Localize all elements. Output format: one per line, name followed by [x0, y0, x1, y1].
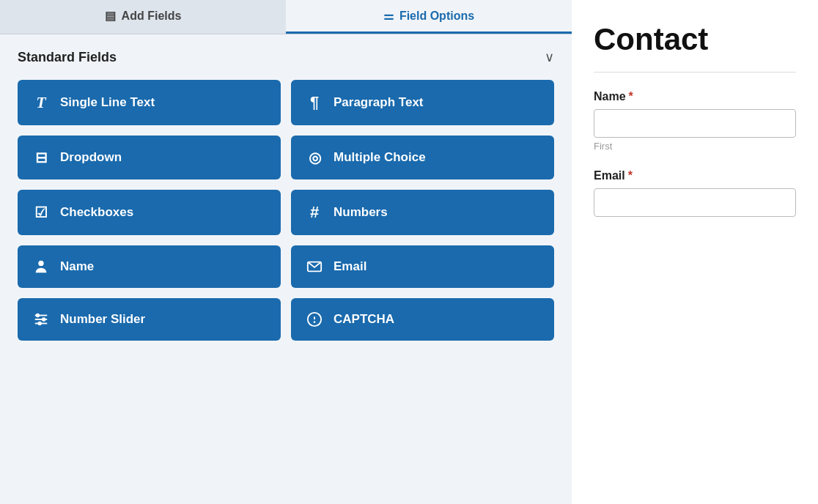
checkboxes-icon: ☑	[32, 204, 50, 221]
left-panel: ▤ Add Fields ⚌ Field Options Standard Fi…	[0, 0, 572, 504]
field-btn-dropdown[interactable]: ⊟ Dropdown	[18, 136, 281, 179]
name-label-text: Name	[594, 90, 626, 103]
svg-point-5	[37, 314, 40, 317]
section-title: Standard Fields	[18, 50, 117, 65]
captcha-icon	[306, 311, 323, 327]
form-title: Contact	[594, 22, 796, 57]
number-slider-icon	[32, 311, 50, 327]
panel-body: Standard Fields ∨ T Single Line Text ¶ P…	[0, 34, 572, 504]
field-btn-paragraph-text[interactable]: ¶ Paragraph Text	[291, 80, 554, 125]
form-divider	[594, 72, 796, 73]
email-input[interactable]	[594, 188, 796, 217]
single-line-text-icon: T	[32, 93, 50, 112]
form-field-email: Email *	[594, 169, 796, 217]
field-btn-captcha-label: CAPTCHA	[334, 312, 394, 327]
add-fields-tab-icon: ▤	[105, 9, 116, 23]
tab-field-options-label: Field Options	[399, 10, 474, 23]
field-btn-single-line-text-label: Single Line Text	[60, 95, 155, 110]
field-btn-dropdown-label: Dropdown	[60, 150, 122, 165]
field-options-tab-icon: ⚌	[383, 9, 394, 23]
field-btn-single-line-text[interactable]: T Single Line Text	[18, 80, 281, 125]
email-label: Email *	[594, 169, 796, 182]
field-btn-number-slider-label: Number Slider	[60, 312, 145, 327]
right-panel: Contact Name * First Email *	[572, 0, 818, 504]
field-btn-email[interactable]: Email	[291, 245, 554, 288]
field-btn-checkboxes-label: Checkboxes	[60, 205, 133, 220]
name-required-star: *	[629, 90, 633, 103]
name-input[interactable]	[594, 109, 796, 138]
field-btn-name[interactable]: Name	[18, 245, 281, 288]
field-btn-checkboxes[interactable]: ☑ Checkboxes	[18, 190, 281, 235]
svg-point-6	[43, 318, 45, 321]
field-btn-captcha[interactable]: CAPTCHA	[291, 298, 554, 341]
email-required-star: *	[628, 169, 633, 182]
form-preview: Contact Name * First Email *	[572, 0, 818, 504]
field-btn-numbers-label: Numbers	[334, 205, 388, 220]
form-field-name: Name * First	[594, 90, 796, 152]
section-header: Standard Fields ∨	[18, 49, 554, 65]
fields-grid: T Single Line Text ¶ Paragraph Text ⊟ Dr…	[18, 80, 554, 341]
field-btn-number-slider[interactable]: Number Slider	[18, 298, 281, 341]
name-label: Name *	[594, 90, 796, 103]
svg-point-7	[38, 322, 41, 325]
email-label-text: Email	[594, 169, 625, 182]
chevron-down-icon[interactable]: ∨	[545, 49, 554, 65]
name-hint: First	[594, 141, 796, 152]
svg-point-0	[38, 261, 43, 266]
field-btn-numbers[interactable]: # Numbers	[291, 190, 554, 235]
tab-field-options[interactable]: ⚌ Field Options	[286, 0, 572, 34]
tabs-header: ▤ Add Fields ⚌ Field Options	[0, 0, 572, 34]
paragraph-text-icon: ¶	[306, 93, 323, 112]
numbers-icon: #	[306, 203, 323, 222]
dropdown-icon: ⊟	[32, 149, 50, 166]
field-btn-email-label: Email	[334, 259, 366, 274]
name-field-icon	[32, 259, 50, 275]
svg-point-9	[314, 322, 315, 322]
multiple-choice-icon: ◎	[306, 149, 323, 166]
field-btn-multiple-choice[interactable]: ◎ Multiple Choice	[291, 136, 554, 179]
field-btn-paragraph-text-label: Paragraph Text	[334, 95, 424, 110]
tab-add-fields[interactable]: ▤ Add Fields	[0, 0, 286, 34]
field-btn-name-label: Name	[60, 259, 94, 274]
field-btn-multiple-choice-label: Multiple Choice	[334, 150, 426, 165]
tab-add-fields-label: Add Fields	[122, 10, 182, 23]
email-icon	[306, 259, 323, 275]
